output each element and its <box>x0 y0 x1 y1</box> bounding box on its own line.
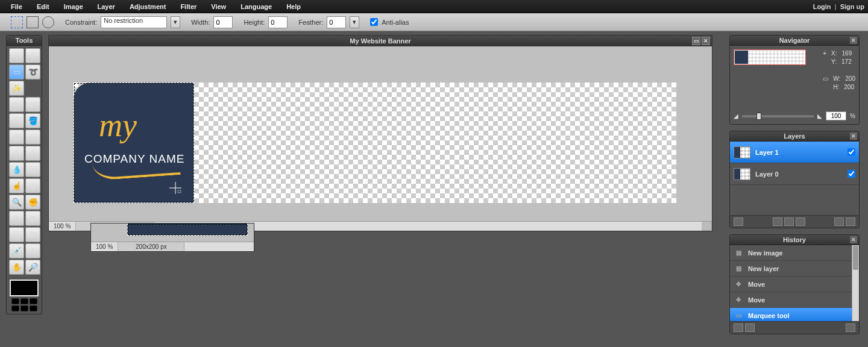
panel-close-icon[interactable]: ✕ <box>850 133 857 140</box>
history-title[interactable]: History ✕ <box>730 235 859 245</box>
constraint-dropdown-icon[interactable]: ▾ <box>171 16 180 28</box>
layer-settings-icon[interactable] <box>734 217 743 226</box>
zoom-value-input[interactable]: 100 <box>826 111 846 120</box>
swatch-5[interactable] <box>20 305 28 311</box>
menu-edit[interactable]: Edit <box>30 1 57 12</box>
feather-dropdown-icon[interactable]: ▾ <box>350 16 359 28</box>
heal-tool-icon[interactable]: ✚ <box>25 146 40 161</box>
layer-item[interactable]: Layer 0 <box>730 163 859 185</box>
marquee-selection[interactable] <box>74 83 194 203</box>
marquee-selection-2[interactable] <box>127 224 248 236</box>
redeye-tool-icon[interactable]: 👁 <box>9 211 24 226</box>
layer-opts-icon[interactable] <box>796 217 805 226</box>
width-input[interactable] <box>213 16 233 28</box>
pinch-tool-icon[interactable]: ✖ <box>25 227 40 242</box>
menu-view[interactable]: View <box>204 1 233 12</box>
smudge-tool-icon[interactable]: ☝ <box>9 178 24 193</box>
menu-layer[interactable]: Layer <box>90 1 122 12</box>
clone-tool-icon[interactable]: ⎌ <box>25 130 40 145</box>
zoom-out-icon[interactable]: ◢ <box>734 113 738 119</box>
shape-tool-icon[interactable]: ◐ <box>25 211 40 226</box>
hand-tool-icon[interactable]: ✋ <box>9 260 24 275</box>
bloat-tool-icon[interactable]: ◯ <box>9 227 24 242</box>
add-mask-icon[interactable] <box>773 217 782 226</box>
pencil-tool-icon[interactable]: ✎ <box>9 97 24 112</box>
rect-solid-icon[interactable] <box>27 16 39 28</box>
menu-language[interactable]: Language <box>233 1 279 12</box>
layer-item[interactable]: Layer 1 <box>730 142 859 163</box>
blur-tool-icon[interactable]: 💧 <box>9 162 24 177</box>
gradient-tool-icon[interactable]: ▦ <box>9 130 24 145</box>
menu-file[interactable]: File <box>4 1 30 12</box>
antialias-checkbox[interactable] <box>370 18 378 26</box>
login-link[interactable]: Login <box>813 3 831 10</box>
brush-tool-icon[interactable]: 🖌 <box>25 97 40 112</box>
delete-layer-icon[interactable] <box>846 217 855 226</box>
swatch-2[interactable] <box>20 298 28 304</box>
document-title[interactable]: My Website Banner ▭ ✕ <box>49 36 712 46</box>
wand-tool-icon[interactable]: ✨ <box>9 81 24 96</box>
document-icon: ▤ <box>734 249 743 257</box>
history-title-text: History <box>783 236 806 243</box>
height-input[interactable] <box>268 16 288 28</box>
stamp-tool-icon[interactable]: ⊕ <box>9 146 24 161</box>
sharpen-tool-icon[interactable]: ▲ <box>25 162 40 177</box>
menu-adjustment[interactable]: Adjustment <box>122 1 174 12</box>
marquee-tool-icon[interactable]: ▭ <box>9 64 24 80</box>
menu-help[interactable]: Help <box>279 1 308 12</box>
swatch-4[interactable] <box>11 305 19 311</box>
new-layer-icon[interactable] <box>834 217 844 226</box>
sponge-tool-icon[interactable]: ◉ <box>25 178 40 193</box>
zoom-tool-icon[interactable]: 🔎 <box>25 260 40 275</box>
swatch-3[interactable] <box>30 298 37 304</box>
swatch-black[interactable] <box>11 298 19 304</box>
navigator-thumbnail[interactable] <box>734 49 806 65</box>
close-icon[interactable]: ✕ <box>702 37 710 45</box>
delete-history-icon[interactable] <box>846 324 855 332</box>
burn-tool-icon[interactable]: ✊ <box>25 195 40 210</box>
history-item[interactable]: ▭ Marquee tool <box>730 308 859 321</box>
swatch-6[interactable] <box>30 305 37 311</box>
crop-tool-icon[interactable]: ✂ <box>9 48 24 63</box>
status-spacer-2 <box>184 242 254 251</box>
ellipse-icon[interactable] <box>42 16 54 28</box>
history-item[interactable]: ✥ Move <box>730 292 859 308</box>
layer-visibility-checkbox[interactable] <box>848 148 855 156</box>
dodge-tool-icon[interactable]: 🔍 <box>9 195 24 210</box>
move-tool-icon[interactable]: ✥ <box>25 48 40 63</box>
eraser-tool-icon[interactable]: ⌫ <box>9 113 24 128</box>
undo-icon[interactable] <box>734 324 743 332</box>
signup-link[interactable]: Sign up <box>840 3 864 10</box>
antialias-group: Anti-alias <box>370 18 409 26</box>
navigator-title[interactable]: Navigator ✕ <box>730 36 859 46</box>
panel-close-icon[interactable]: ✕ <box>850 37 857 44</box>
menubar: File Edit Image Layer Adjustment Filter … <box>0 0 868 13</box>
minimize-icon[interactable]: ▭ <box>692 37 700 45</box>
zoom-slider-track[interactable] <box>742 115 814 117</box>
rect-marquee-icon[interactable] <box>11 16 23 28</box>
eyedropper-tool-icon[interactable]: 💉 <box>9 243 24 258</box>
layers-title[interactable]: Layers ✕ <box>730 131 859 142</box>
menu-filter[interactable]: Filter <box>173 1 204 12</box>
feather-input[interactable] <box>327 16 346 28</box>
panel-close-icon[interactable]: ✕ <box>850 236 857 243</box>
constraint-select[interactable]: No restriction <box>101 16 167 28</box>
lasso-tool-icon[interactable]: ➰ <box>25 64 40 80</box>
resize-grip-icon[interactable] <box>702 222 712 231</box>
canvas-area-2[interactable] <box>91 224 254 242</box>
duplicate-layer-icon[interactable] <box>784 217 794 226</box>
history-item[interactable]: ▤ New layer <box>730 261 859 277</box>
zoom-in-icon[interactable]: ◣ <box>817 113 822 119</box>
type-tool-icon[interactable]: A <box>25 243 40 258</box>
history-scrollbar[interactable] <box>852 245 859 321</box>
canvas-area[interactable]: my COMPANY NAME <box>49 46 712 221</box>
history-item[interactable]: ▤ New image <box>730 245 859 261</box>
bucket-tool-icon[interactable]: 🪣 <box>25 113 40 128</box>
zoom-slider-thumb[interactable] <box>756 113 761 120</box>
layer-list: Layer 1 Layer 0 <box>730 142 859 215</box>
history-item[interactable]: ✥ Move <box>730 277 859 292</box>
layer-visibility-checkbox[interactable] <box>848 170 855 178</box>
redo-icon[interactable] <box>745 324 755 332</box>
menu-image[interactable]: Image <box>57 1 90 12</box>
foreground-color-swatch[interactable] <box>10 280 39 296</box>
